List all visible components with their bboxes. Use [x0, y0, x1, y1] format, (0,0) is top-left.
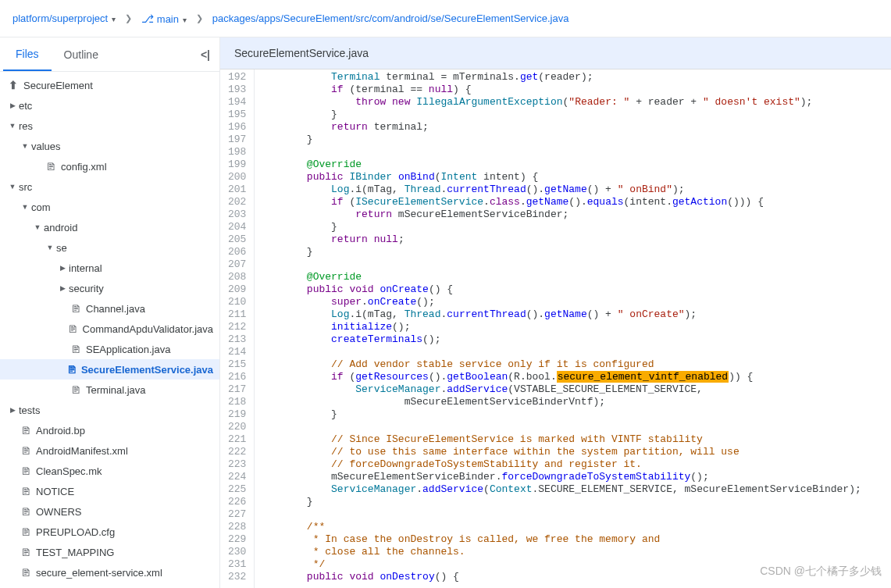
code-line[interactable]: Terminal terminal = mTerminals.get(reade…	[258, 71, 861, 84]
line-number[interactable]: 226	[220, 496, 254, 508]
code-line[interactable]: Log.i(mTag, Thread.currentThread().getNa…	[258, 184, 861, 196]
line-number[interactable]: 231	[220, 558, 254, 571]
line-number[interactable]: 196	[220, 121, 254, 134]
code-line[interactable]: // Since ISecureElementService is marked…	[258, 433, 861, 446]
code-line[interactable]: public void onCreate() {	[258, 283, 861, 296]
code-line[interactable]: }	[258, 134, 861, 146]
tree-file[interactable]: 🖹Terminal.java	[0, 380, 219, 400]
tree-file[interactable]: 🖹CleanSpec.mk	[0, 461, 219, 481]
code-line[interactable]: mSecureElementServiceBinderVntf);	[258, 396, 861, 408]
code-line[interactable]: */	[258, 558, 861, 571]
line-number[interactable]: 229	[220, 533, 254, 546]
line-number[interactable]: 193	[220, 84, 254, 96]
tab-files[interactable]: Files	[3, 38, 52, 71]
code-line[interactable]: super.onCreate();	[258, 296, 861, 308]
tree-file[interactable]: 🖹Android.bp	[0, 420, 219, 440]
line-number[interactable]: 194	[220, 96, 254, 109]
line-number[interactable]: 220	[220, 421, 254, 433]
code-line[interactable]	[258, 258, 861, 271]
code-line[interactable]: createTerminals();	[258, 333, 861, 346]
line-number[interactable]: 230	[220, 546, 254, 558]
code-line[interactable]: // forceDowngradeToSystemStability and r…	[258, 458, 861, 471]
line-number[interactable]: 213	[220, 333, 254, 346]
tree-folder-se[interactable]: ▼se	[0, 237, 219, 258]
code-line[interactable]: Log.i(mTag, Thread.currentThread().getNa…	[258, 308, 861, 321]
breadcrumb-path[interactable]: packages/apps/SecureElement/src/com/andr…	[212, 12, 569, 24]
line-number[interactable]: 219	[220, 408, 254, 421]
code-line[interactable]: * close all the channels.	[258, 546, 861, 558]
code-line[interactable]: * In case the onDestroy is called, we fr…	[258, 533, 861, 546]
code-line[interactable]: }	[258, 408, 861, 421]
line-number[interactable]: 214	[220, 346, 254, 358]
line-number[interactable]: 202	[220, 196, 254, 208]
tree-file[interactable]: 🖹NOTICE	[0, 481, 219, 501]
code-line[interactable]	[258, 508, 861, 521]
code-line[interactable]: }	[258, 109, 861, 121]
line-number[interactable]: 207	[220, 258, 254, 271]
tree-folder-com[interactable]: ▼com	[0, 197, 219, 217]
line-number[interactable]: 206	[220, 246, 254, 258]
code-line[interactable]: mSecureElementServiceBinder.forceDowngra…	[258, 471, 861, 483]
tree-file[interactable]: 🖹SEApplication.java	[0, 339, 219, 359]
code-line[interactable]: if (ISecureElementService.class.getName(…	[258, 196, 861, 208]
line-number[interactable]: 218	[220, 396, 254, 408]
code-line[interactable]: public IBinder onBind(Intent intent) {	[258, 171, 861, 184]
line-number[interactable]: 215	[220, 358, 254, 371]
line-number[interactable]: 210	[220, 296, 254, 308]
code-line[interactable]: // to use this same interface within the…	[258, 446, 861, 458]
line-number[interactable]: 225	[220, 483, 254, 496]
code-line[interactable]: return terminal;	[258, 121, 861, 134]
code-view[interactable]: 1921931941951961971981992002012022032042…	[220, 69, 891, 588]
line-number[interactable]: 199	[220, 159, 254, 171]
code-line[interactable]: return mSecureElementServiceBinder;	[258, 208, 861, 221]
tree-folder-res[interactable]: ▼res	[0, 116, 219, 136]
tree-file[interactable]: 🖹OWNERS	[0, 501, 219, 522]
code-line[interactable]: if (getResources().getBoolean(R.bool.sec…	[258, 371, 861, 383]
line-number[interactable]: 224	[220, 471, 254, 483]
tree-folder-internal[interactable]: ▶internal	[0, 258, 219, 278]
line-number[interactable]: 203	[220, 208, 254, 221]
code-line[interactable]	[258, 146, 861, 159]
line-number[interactable]: 211	[220, 308, 254, 321]
code-line[interactable]: public void onDestroy() {	[258, 571, 861, 583]
collapse-sidebar-button[interactable]: <|	[194, 42, 216, 67]
code-line[interactable]: // Add vendor stable service only if it …	[258, 358, 861, 371]
tree-file[interactable]: 🖹TEST_MAPPING	[0, 542, 219, 562]
breadcrumb-branch[interactable]: ⎇ main ▾	[141, 12, 187, 25]
tree-folder-security[interactable]: ▶security	[0, 278, 219, 298]
code-line[interactable]	[258, 346, 861, 358]
tree-folder-android[interactable]: ▼android	[0, 217, 219, 237]
tab-outline[interactable]: Outline	[52, 39, 111, 70]
line-number[interactable]: 217	[220, 383, 254, 396]
line-number[interactable]: 201	[220, 184, 254, 196]
tree-file[interactable]: 🖹config.xml	[0, 156, 219, 176]
tree-folder-etc[interactable]: ▶etc	[0, 95, 219, 116]
tree-folder-src[interactable]: ▼src	[0, 176, 219, 197]
line-number[interactable]: 200	[220, 171, 254, 184]
tree-file[interactable]: 🖹CommandApduValidator.java	[0, 319, 219, 339]
line-number[interactable]: 198	[220, 146, 254, 159]
code-body[interactable]: Terminal terminal = mTerminals.get(reade…	[255, 69, 861, 588]
code-line[interactable]: }	[258, 246, 861, 258]
tree-file[interactable]: 🖹Channel.java	[0, 298, 219, 319]
line-number[interactable]: 208	[220, 271, 254, 283]
line-number[interactable]: 197	[220, 134, 254, 146]
code-line[interactable]: initialize();	[258, 321, 861, 333]
code-line[interactable]: }	[258, 221, 861, 233]
code-line[interactable]: ServiceManager.addService(Context.SECURE…	[258, 483, 861, 496]
code-line[interactable]: @Override	[258, 271, 861, 283]
code-line[interactable]	[258, 421, 861, 433]
line-number[interactable]: 223	[220, 458, 254, 471]
tree-file-selected[interactable]: 🖹SecureElementService.java	[0, 359, 219, 380]
line-number[interactable]: 204	[220, 221, 254, 233]
line-number[interactable]: 227	[220, 508, 254, 521]
line-number[interactable]: 222	[220, 446, 254, 458]
code-line[interactable]: }	[258, 496, 861, 508]
line-number[interactable]: 228	[220, 521, 254, 533]
line-number[interactable]: 216	[220, 371, 254, 383]
code-line[interactable]: return null;	[258, 233, 861, 246]
line-number[interactable]: 205	[220, 233, 254, 246]
line-number[interactable]: 212	[220, 321, 254, 333]
code-line[interactable]: @Override	[258, 159, 861, 171]
tree-folder-values[interactable]: ▼values	[0, 136, 219, 156]
